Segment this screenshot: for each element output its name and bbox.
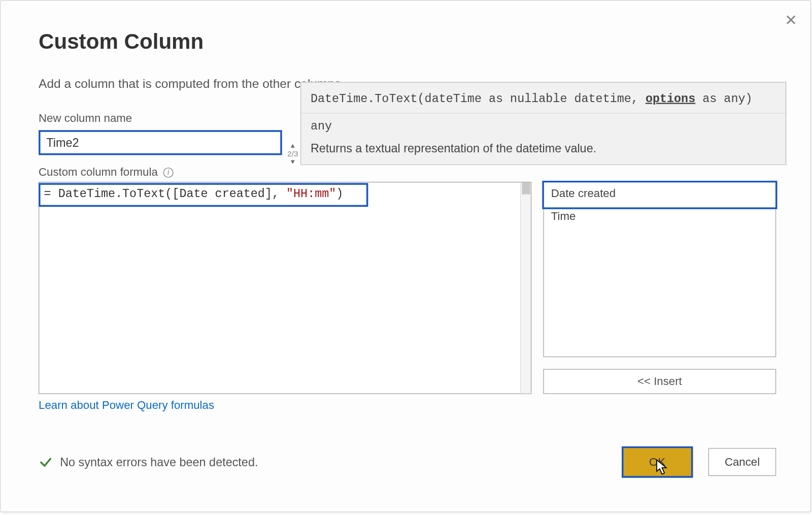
tooltip-signature-pre: DateTime.ToText(dateTime as nullable dat… (311, 92, 646, 106)
formula-scrollbar[interactable] (520, 182, 531, 393)
chevron-up-icon[interactable]: ▴ (284, 142, 301, 149)
dialog-subtitle: Add a column that is computed from the o… (39, 77, 344, 91)
tooltip-signature-post: as any) (695, 92, 752, 106)
intellisense-tooltip: DateTime.ToText(dateTime as nullable dat… (300, 82, 786, 165)
status-row: No syntax errors have been detected. (39, 455, 258, 469)
formula-text: = DateTime.ToText([Date created], "HH:mm… (44, 187, 344, 201)
tooltip-active-param: options (646, 92, 695, 106)
close-icon[interactable]: ✕ (785, 13, 798, 28)
dialog-title: Custom Column (39, 29, 204, 54)
formula-label: Custom column formula i (39, 166, 173, 179)
checkmark-icon (39, 455, 53, 469)
available-column-item[interactable]: Date created (544, 182, 775, 205)
new-column-name-label: New column name (39, 112, 132, 125)
chevron-down-icon[interactable]: ▾ (284, 158, 301, 165)
tooltip-description: Returns a textual representation of the … (301, 139, 786, 165)
new-column-name-input[interactable] (39, 130, 282, 155)
tooltip-return-type: any (301, 113, 786, 139)
available-columns-list[interactable]: Date created Time (544, 182, 776, 357)
ok-button[interactable]: OK (622, 446, 693, 478)
overload-spinner[interactable]: ▴ 2/3 ▾ (284, 142, 301, 166)
custom-column-dialog: ✕ Custom Column Add a column that is com… (0, 0, 811, 512)
cancel-button[interactable]: Cancel (708, 448, 776, 476)
insert-button[interactable]: << Insert (544, 369, 776, 394)
available-column-item[interactable]: Time (544, 205, 775, 228)
learn-link[interactable]: Learn about Power Query formulas (39, 399, 214, 412)
status-message: No syntax errors have been detected. (60, 456, 258, 469)
scrollbar-thumb[interactable] (522, 182, 530, 194)
formula-editor[interactable]: = DateTime.ToText([Date created], "HH:mm… (39, 182, 531, 394)
info-icon[interactable]: i (163, 168, 174, 178)
